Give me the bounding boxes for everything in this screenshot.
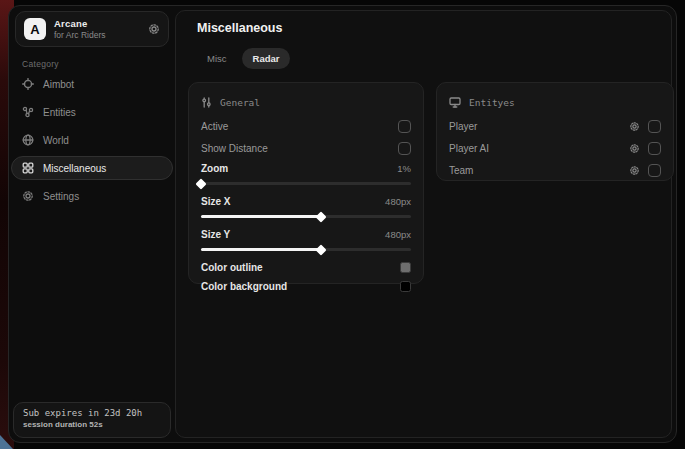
slider[interactable] bbox=[201, 215, 411, 218]
app-name: Arcane bbox=[54, 18, 106, 29]
sidebar-item-label: Aimbot bbox=[43, 79, 74, 90]
globe-icon bbox=[22, 134, 34, 146]
sidebar-item-settings[interactable]: Settings bbox=[11, 184, 173, 208]
setting-row: Show Distance bbox=[201, 137, 411, 159]
tab-radar[interactable]: Radar bbox=[242, 48, 291, 69]
entity-row: Player bbox=[449, 115, 661, 137]
color-swatch[interactable] bbox=[400, 262, 411, 273]
setting-label: Size Y bbox=[201, 229, 230, 240]
entities-card-title: Entityes bbox=[469, 97, 515, 108]
sidebar: A Arcane for Arc Riders Category AimbotE… bbox=[9, 6, 175, 442]
sidebar-item-world[interactable]: World bbox=[11, 128, 173, 152]
sidebar-nav: AimbotEntitiesWorldMiscellaneousSettings bbox=[11, 72, 173, 212]
slider-setting: Size X480px bbox=[201, 192, 411, 218]
sliders-icon bbox=[201, 97, 212, 108]
setting-row: Active bbox=[201, 115, 411, 137]
tab-misc[interactable]: Misc bbox=[196, 48, 238, 69]
entity-settings-gear-icon[interactable] bbox=[629, 165, 640, 176]
setting-value: 1% bbox=[397, 163, 411, 174]
grid-icon bbox=[22, 162, 34, 174]
sidebar-item-label: Entities bbox=[43, 107, 76, 118]
brand-gear-icon[interactable] bbox=[148, 23, 160, 35]
general-card: General ActiveShow DistanceZoom1%Size X4… bbox=[188, 82, 424, 284]
entity-label: Team bbox=[449, 165, 473, 176]
crosshair-icon bbox=[22, 78, 34, 90]
checkbox[interactable] bbox=[398, 142, 411, 155]
color-setting-row: Color outline bbox=[201, 258, 411, 277]
checkbox[interactable] bbox=[648, 142, 661, 155]
slider-thumb[interactable] bbox=[315, 211, 326, 222]
setting-label: Zoom bbox=[201, 163, 228, 174]
slider-fill bbox=[201, 248, 321, 251]
monitor-icon bbox=[449, 97, 461, 108]
setting-label: Color outline bbox=[201, 262, 263, 273]
sidebar-item-label: World bbox=[43, 135, 69, 146]
sub-expires-text: Sub expires in 23d 20h bbox=[23, 408, 161, 418]
setting-value: 480px bbox=[385, 196, 411, 207]
slider-setting: Size Y480px bbox=[201, 225, 411, 251]
checkbox[interactable] bbox=[398, 120, 411, 133]
app-subtitle: for Arc Riders bbox=[54, 30, 106, 40]
setting-value: 480px bbox=[385, 229, 411, 240]
entities-card: Entityes PlayerPlayer AITeam bbox=[436, 82, 674, 181]
sidebar-item-entities[interactable]: Entities bbox=[11, 100, 173, 124]
setting-label: Show Distance bbox=[201, 143, 268, 154]
entity-row: Team bbox=[449, 159, 661, 181]
session-duration-text: session duration 52s bbox=[23, 420, 161, 429]
brand-card: A Arcane for Arc Riders bbox=[15, 11, 169, 47]
checkbox[interactable] bbox=[648, 164, 661, 177]
entities-icon bbox=[22, 106, 34, 118]
page-title: Miscellaneous bbox=[197, 21, 282, 35]
entity-settings-gear-icon[interactable] bbox=[629, 121, 640, 132]
entity-settings-gear-icon[interactable] bbox=[629, 143, 640, 154]
entity-label: Player bbox=[449, 121, 477, 132]
color-setting-row: Color background bbox=[201, 277, 411, 296]
tab-bar: MiscRadar bbox=[196, 48, 290, 69]
entity-row: Player AI bbox=[449, 137, 661, 159]
main-panel: Miscellaneous MiscRadar General ActiveSh… bbox=[175, 10, 672, 438]
subscription-status-card: Sub expires in 23d 20h session duration … bbox=[13, 402, 171, 438]
slider[interactable] bbox=[201, 248, 411, 251]
general-card-title: General bbox=[220, 97, 260, 108]
app-logo: A bbox=[24, 18, 46, 40]
setting-label: Active bbox=[201, 121, 228, 132]
entity-label: Player AI bbox=[449, 143, 489, 154]
slider-fill bbox=[201, 215, 321, 218]
slider[interactable] bbox=[201, 182, 411, 185]
app-window: A Arcane for Arc Riders Category AimbotE… bbox=[8, 5, 677, 443]
sidebar-item-label: Miscellaneous bbox=[43, 163, 106, 174]
setting-label: Color background bbox=[201, 281, 287, 292]
sidebar-item-miscellaneous[interactable]: Miscellaneous bbox=[11, 156, 173, 180]
slider-thumb[interactable] bbox=[195, 178, 206, 189]
slider-setting: Zoom1% bbox=[201, 159, 411, 185]
sidebar-item-aimbot[interactable]: Aimbot bbox=[11, 72, 173, 96]
gear-icon bbox=[22, 190, 34, 202]
category-label: Category bbox=[22, 59, 59, 69]
sidebar-item-label: Settings bbox=[43, 191, 79, 202]
checkbox[interactable] bbox=[648, 120, 661, 133]
slider-thumb[interactable] bbox=[315, 244, 326, 255]
color-swatch[interactable] bbox=[400, 281, 411, 292]
setting-label: Size X bbox=[201, 196, 230, 207]
